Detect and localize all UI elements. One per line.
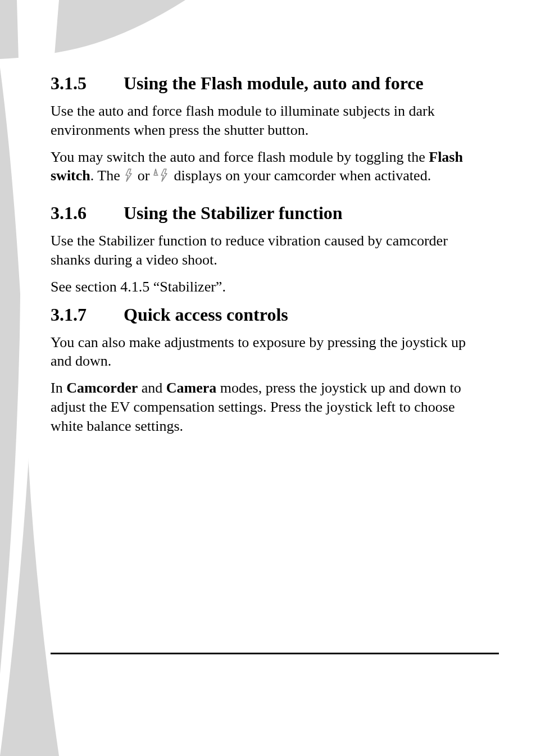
text-run: In [51, 380, 66, 396]
paragraph: Use the auto and force flash module to i… [51, 102, 485, 140]
paragraph: See section 4.1.5 “Stabilizer”. [51, 277, 485, 297]
text-run: You may switch the auto and force flash … [51, 149, 429, 165]
flash-auto-icon [153, 168, 170, 187]
text-run: or [134, 167, 153, 184]
section-title: Using the Stabilizer function [124, 203, 343, 224]
section-3-1-6: 3.1.6 Using the Stabilizer function Use … [51, 203, 485, 296]
paragraph: In Camcorder and Camera modes, press the… [51, 379, 485, 435]
heading-3-1-6: 3.1.6 Using the Stabilizer function [51, 203, 485, 224]
section-title: Quick access controls [124, 304, 288, 325]
text-run: . The [90, 167, 124, 184]
text-run: and [138, 380, 166, 396]
paragraph: You can also make adjustments to exposur… [51, 333, 485, 371]
section-number: 3.1.7 [51, 304, 124, 325]
camcorder-mode-label: Camcorder [66, 380, 138, 396]
flash-force-icon [124, 168, 134, 187]
page-content: 3.1.5 Using the Flash module, auto and f… [0, 0, 536, 436]
section-number: 3.1.6 [51, 203, 124, 224]
heading-3-1-7: 3.1.7 Quick access controls [51, 304, 485, 325]
heading-3-1-5: 3.1.5 Using the Flash module, auto and f… [51, 73, 485, 94]
section-title: Using the Flash module, auto and force [124, 73, 424, 94]
footer-divider [51, 653, 499, 654]
paragraph: Use the Stabilizer function to reduce vi… [51, 231, 485, 270]
section-3-1-7: 3.1.7 Quick access controls You can also… [51, 304, 485, 436]
text-run: displays on your camcorder when activate… [170, 167, 431, 184]
paragraph: You may switch the auto and force flash … [51, 148, 485, 188]
camera-mode-label: Camera [166, 380, 217, 396]
section-number: 3.1.5 [51, 73, 124, 94]
section-3-1-5: 3.1.5 Using the Flash module, auto and f… [51, 73, 485, 187]
